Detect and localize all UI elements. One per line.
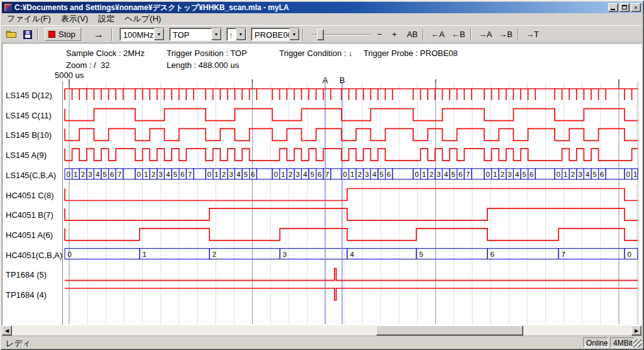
window-title: C:¥Documents and Settings¥noname¥デスクトップ¥… bbox=[14, 3, 607, 13]
stop-icon bbox=[48, 31, 55, 38]
sample-clock-value: 100MHz bbox=[120, 28, 154, 40]
toolbar-separator bbox=[303, 28, 304, 41]
scroll-right-icon: ▶ bbox=[635, 328, 638, 334]
toolbar: Stop → 100MHz ▼ TOP ▼ ↑ ▼ PROBE00 ▼ − + … bbox=[2, 25, 642, 43]
status-memory-badge: 4MBit bbox=[610, 337, 635, 347]
maximize-button[interactable] bbox=[619, 3, 630, 12]
toolbar-separator bbox=[470, 28, 472, 41]
toolbar-separator bbox=[518, 28, 519, 41]
ab-button[interactable]: AB bbox=[404, 29, 420, 40]
chevron-down-icon[interactable]: ▼ bbox=[211, 28, 221, 40]
trigger-edge-combo[interactable]: ↑ ▼ bbox=[226, 28, 247, 41]
menu-view[interactable]: 表示(V) bbox=[56, 13, 93, 26]
save-button[interactable] bbox=[22, 29, 35, 40]
statusbar: レディ Online 4MBit bbox=[2, 336, 642, 348]
set-cursor-b-button[interactable]: →B bbox=[496, 29, 515, 40]
status-online-badge: Online bbox=[583, 337, 608, 347]
goto-trigger-button[interactable]: →T bbox=[523, 29, 541, 40]
toolbar-separator bbox=[37, 28, 38, 41]
waveform-client-area bbox=[2, 43, 642, 325]
toolbar-separator bbox=[423, 28, 424, 41]
stop-label: Stop bbox=[58, 30, 75, 39]
close-icon: × bbox=[634, 4, 638, 11]
sample-clock-combo[interactable]: 100MHz ▼ bbox=[119, 28, 165, 41]
stop-button[interactable]: Stop bbox=[45, 28, 81, 41]
close-button[interactable]: × bbox=[631, 3, 641, 12]
maximize-icon bbox=[622, 5, 627, 9]
status-ready-text: レディ bbox=[6, 338, 31, 349]
probe-value: PROBE00 bbox=[252, 28, 289, 40]
trigger-position-combo[interactable]: TOP ▼ bbox=[169, 28, 222, 41]
chevron-down-icon[interactable]: ▼ bbox=[289, 28, 299, 40]
minimize-button[interactable] bbox=[608, 3, 618, 12]
trigger-edge-value: ↑ bbox=[227, 28, 236, 40]
scroll-right-button[interactable]: ▶ bbox=[631, 325, 641, 336]
set-cursor-a-button[interactable]: →A bbox=[476, 29, 495, 40]
menu-file[interactable]: ファイル(F) bbox=[2, 13, 56, 26]
app-icon bbox=[4, 3, 13, 12]
probe-combo[interactable]: PROBE00 ▼ bbox=[251, 28, 300, 41]
slider-thumb[interactable] bbox=[317, 29, 324, 40]
zoom-out-button[interactable]: − bbox=[375, 29, 385, 40]
zoom-slider[interactable] bbox=[312, 28, 370, 41]
run-button[interactable]: → bbox=[89, 29, 109, 40]
toolbar-separator bbox=[111, 28, 113, 41]
goto-cursor-a-button[interactable]: ←A bbox=[428, 29, 447, 40]
open-button[interactable] bbox=[6, 29, 18, 40]
scroll-left-button[interactable]: ◀ bbox=[2, 325, 12, 336]
save-floppy-icon bbox=[23, 30, 32, 39]
menubar: ファイル(F) 表示(V) 設定 ヘルプ(H) bbox=[2, 13, 642, 25]
menu-help[interactable]: ヘルプ(H) bbox=[119, 13, 166, 26]
chevron-down-icon[interactable]: ▼ bbox=[154, 28, 164, 40]
app-window: C:¥Documents and Settings¥noname¥デスクトップ¥… bbox=[0, 0, 644, 350]
scrollbar-thumb[interactable] bbox=[376, 325, 523, 336]
scroll-left-icon: ◀ bbox=[5, 328, 9, 334]
chevron-down-icon[interactable]: ▼ bbox=[236, 28, 246, 40]
titlebar[interactable]: C:¥Documents and Settings¥noname¥デスクトップ¥… bbox=[2, 2, 642, 13]
goto-cursor-b-button[interactable]: ←B bbox=[449, 29, 468, 40]
minimize-icon bbox=[611, 9, 615, 10]
zoom-in-button[interactable]: + bbox=[389, 29, 399, 40]
resize-grip[interactable] bbox=[633, 339, 641, 347]
menu-settings[interactable]: 設定 bbox=[93, 13, 119, 26]
trigger-position-value: TOP bbox=[170, 28, 211, 40]
horizontal-scrollbar[interactable]: ◀ ▶ bbox=[2, 325, 642, 336]
